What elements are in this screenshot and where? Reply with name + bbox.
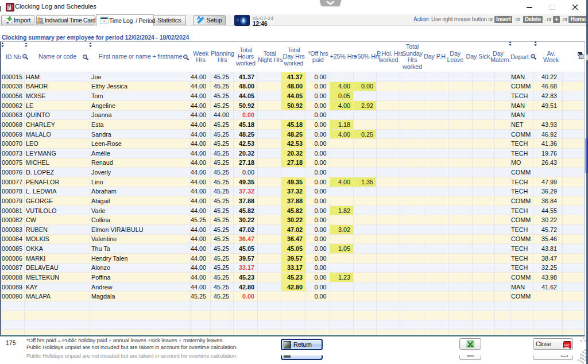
svg-text:EXIT: EXIT xyxy=(564,344,570,347)
